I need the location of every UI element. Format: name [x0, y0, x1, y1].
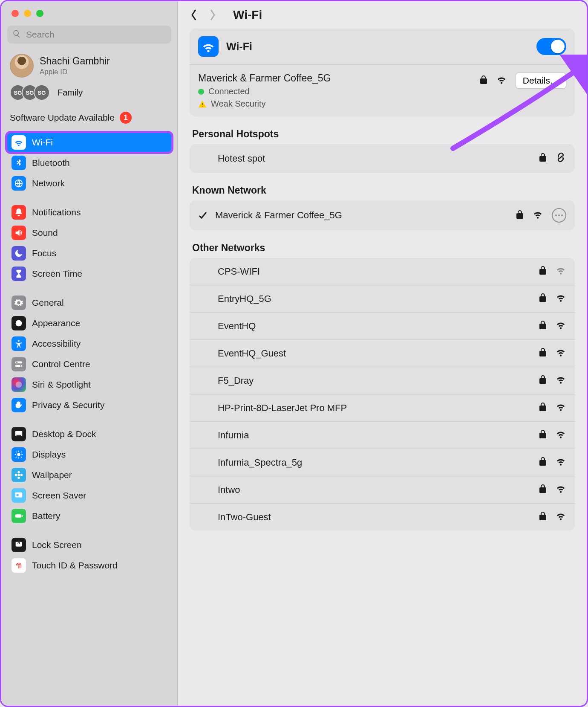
network-name: Hotest spot — [218, 153, 265, 164]
svg-rect-9 — [17, 435, 21, 436]
sidebar-item-label: Network — [32, 178, 65, 188]
search-field[interactable] — [7, 26, 171, 43]
svg-point-5 — [16, 362, 18, 363]
sidebar-item-siri[interactable]: Siri & Spotlight — [6, 374, 172, 395]
minimize-window-button[interactable] — [24, 10, 31, 17]
lock-icon — [539, 402, 547, 414]
signal-icon — [532, 210, 543, 221]
network-name: F5_Dray — [218, 375, 254, 386]
sidebar-item-accessibility[interactable]: Accessibility — [6, 333, 172, 354]
sidebar-item-appearance[interactable]: Appearance — [6, 313, 172, 333]
hourglass-icon — [12, 267, 26, 281]
sidebar-item-screensaver[interactable]: Screen Saver — [6, 485, 172, 506]
network-name: Maverick & Farmer Coffee_5G — [215, 210, 342, 221]
network-row[interactable]: EventHQ — [190, 312, 575, 339]
header: Wi-Fi — [178, 1, 587, 29]
network-row[interactable]: InTwo-Guest — [190, 503, 575, 530]
family-row[interactable]: SG SG SG Family — [1, 80, 177, 108]
sidebar-item-privacy[interactable]: Privacy & Security — [6, 395, 172, 415]
signal-icon — [555, 484, 566, 495]
svg-point-12 — [17, 471, 20, 474]
sidebar-item-general[interactable]: General — [6, 293, 172, 313]
svg-point-17 — [17, 494, 19, 496]
search-input[interactable] — [25, 29, 166, 40]
other-networks-list: CPS-WIFIEntryHQ_5GEventHQEventHQ_GuestF5… — [190, 258, 575, 530]
sidebar-item-label: Wallpaper — [32, 470, 72, 480]
signal-icon — [555, 402, 566, 414]
network-row[interactable]: HP-Print-8D-LaserJet Pro MFP — [190, 394, 575, 421]
sun-icon — [12, 447, 26, 462]
network-name: EntryHQ_5G — [218, 293, 271, 304]
network-row[interactable]: CPS-WIFI — [190, 258, 575, 285]
svg-point-7 — [16, 382, 22, 388]
sidebar-item-focus[interactable]: Focus — [6, 243, 172, 264]
network-row[interactable]: Infurnia_Spectra_5g — [190, 449, 575, 476]
sidebar-item-sound[interactable]: Sound — [6, 223, 172, 243]
svg-point-10 — [17, 453, 20, 456]
sidebar-item-wallpaper[interactable]: Wallpaper — [6, 465, 172, 485]
network-name: Intwo — [218, 484, 240, 495]
hotspot-link-icon — [555, 152, 566, 165]
status-dot-icon — [198, 89, 204, 95]
sidebar-item-label: Lock Screen — [32, 540, 82, 550]
known-title: Known Network — [192, 185, 572, 196]
sidebar-item-screentime[interactable]: Screen Time — [6, 264, 172, 284]
flower-icon — [12, 468, 26, 482]
warning-icon — [198, 100, 207, 108]
svg-point-11 — [17, 474, 20, 476]
sidebar-item-controlcentre[interactable]: Control Centre — [6, 354, 172, 374]
back-button[interactable] — [188, 9, 200, 21]
sidebar-item-lockscreen[interactable]: Lock Screen — [6, 535, 172, 555]
switches-icon — [12, 357, 26, 371]
software-update-row[interactable]: Software Update Available 1 — [1, 108, 177, 132]
sidebar-item-label: Desktop & Dock — [32, 429, 96, 439]
apple-id-row[interactable]: Shachi Gambhir Apple ID — [1, 49, 177, 80]
network-name: EventHQ — [218, 321, 256, 332]
lock-icon — [539, 429, 547, 441]
software-update-badge: 1 — [120, 112, 132, 124]
network-name: CPS-WIFI — [218, 266, 260, 277]
sidebar-item-wifi[interactable]: Wi-Fi — [6, 132, 172, 153]
svg-point-15 — [20, 474, 23, 476]
sidebar-item-battery[interactable]: Battery — [6, 506, 172, 526]
svg-point-6 — [20, 365, 22, 367]
network-row[interactable]: F5_Dray — [190, 367, 575, 394]
sidebar-item-network[interactable]: Network — [6, 173, 172, 194]
wifi-toggle[interactable] — [536, 38, 566, 55]
forward-button[interactable] — [207, 9, 219, 21]
close-window-button[interactable] — [12, 10, 19, 17]
sidebar-item-label: Notifications — [32, 207, 81, 217]
network-row[interactable]: Maverick & Farmer Coffee_5G — [190, 200, 575, 230]
fingerprint-icon — [12, 558, 26, 573]
sidebar-item-desktopdock[interactable]: Desktop & Dock — [6, 424, 172, 444]
more-button[interactable] — [552, 208, 566, 223]
svg-point-14 — [15, 474, 17, 476]
sidebar-nav: Wi-Fi Bluetooth Network Notifications So… — [1, 132, 177, 584]
wifi-icon — [12, 135, 26, 150]
sidebar: Shachi Gambhir Apple ID SG SG SG Family … — [1, 1, 178, 706]
page-title: Wi-Fi — [233, 8, 262, 22]
network-row[interactable]: EntryHQ_5G — [190, 285, 575, 312]
network-row[interactable]: EventHQ_Guest — [190, 339, 575, 367]
bell-icon — [12, 205, 26, 220]
network-row[interactable]: Infurnia — [190, 421, 575, 449]
wifi-toggle-label: Wi-Fi — [226, 41, 252, 53]
zoom-window-button[interactable] — [36, 10, 43, 17]
sidebar-item-label: Screen Saver — [32, 490, 86, 501]
lock-icon — [539, 266, 547, 277]
avatar — [10, 54, 34, 78]
svg-point-2 — [18, 340, 20, 342]
sidebar-item-touchid[interactable]: Touch ID & Password — [6, 555, 172, 576]
sidebar-item-label: Siri & Spotlight — [32, 380, 91, 390]
sidebar-item-notifications[interactable]: Notifications — [6, 202, 172, 223]
svg-rect-19 — [22, 515, 23, 517]
sidebar-item-displays[interactable]: Displays — [6, 444, 172, 465]
network-row[interactable]: Intwo — [190, 476, 575, 503]
other-title: Other Networks — [192, 242, 572, 254]
account-sub: Apple ID — [40, 68, 110, 76]
search-icon — [12, 29, 21, 40]
sidebar-item-bluetooth[interactable]: Bluetooth — [6, 153, 172, 173]
hand-icon — [12, 398, 26, 412]
svg-rect-16 — [15, 493, 23, 498]
sidebar-item-label: Accessibility — [32, 339, 81, 349]
